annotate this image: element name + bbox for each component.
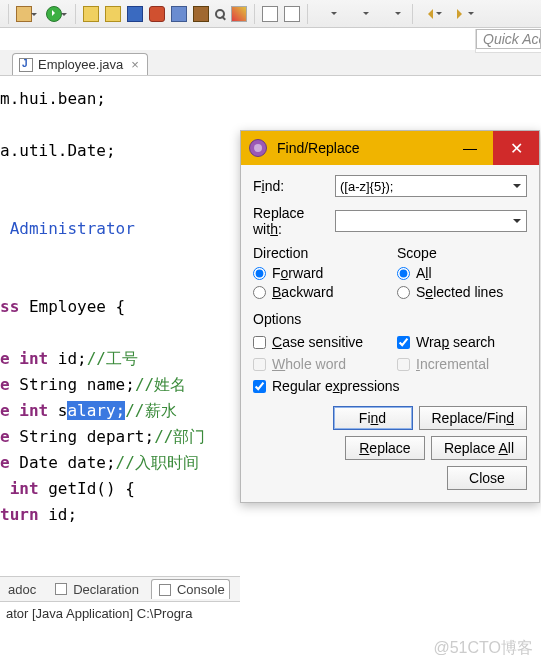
quick-access-wrap: Quick Access xyxy=(475,29,541,53)
dialog-title: Find/Replace xyxy=(277,140,360,156)
bottom-panel: adoc Declaration Console ator [Java Appl… xyxy=(0,576,240,625)
code-text: s xyxy=(48,401,67,420)
code-text: Date date; xyxy=(10,453,116,472)
javadoc-author: Administrator xyxy=(0,219,135,238)
replace-all-button[interactable]: Replace All xyxy=(431,436,527,460)
tab-label: adoc xyxy=(8,582,36,597)
ext-tool-icon[interactable] xyxy=(193,6,209,22)
editor-tab-row: Employee.java × xyxy=(0,50,541,76)
direction-group: Direction Forward Backward xyxy=(253,245,383,303)
search-icon[interactable] xyxy=(215,9,225,19)
code-text: id; xyxy=(48,349,87,368)
tab-console[interactable]: Console xyxy=(151,579,230,599)
tab-label: Declaration xyxy=(73,582,139,597)
find-input[interactable] xyxy=(335,175,527,197)
code-comment: //薪水 xyxy=(125,401,176,420)
code-kw: ss xyxy=(0,297,19,316)
minimize-button[interactable]: — xyxy=(447,131,493,165)
close-button[interactable]: ✕ xyxy=(493,131,539,165)
tab-javadoc[interactable]: adoc xyxy=(4,580,40,599)
menu-c-icon[interactable] xyxy=(379,6,395,22)
code-comment: //姓名 xyxy=(135,375,186,394)
options-group: Options Case sensitive Wrap search Whole… xyxy=(253,311,527,394)
code-kw: int xyxy=(10,349,49,368)
tab-declaration[interactable]: Declaration xyxy=(48,580,143,599)
code-selection: alary; xyxy=(67,401,125,420)
replace-label: Replace with: xyxy=(253,205,335,237)
check-wrap[interactable]: Wrap search xyxy=(397,334,527,350)
close-dialog-button[interactable]: Close xyxy=(447,466,527,490)
toggle-b-icon[interactable] xyxy=(284,6,300,22)
close-icon[interactable]: × xyxy=(131,57,139,72)
open-folder-icon[interactable] xyxy=(83,6,99,22)
menu-b-icon[interactable] xyxy=(347,6,363,22)
code-text: String name; xyxy=(10,375,135,394)
code-text: Employee { xyxy=(19,297,125,316)
highlight-icon[interactable] xyxy=(231,6,247,22)
disk-icon[interactable] xyxy=(171,6,187,22)
code-comment: //部门 xyxy=(154,427,205,446)
nav-icon[interactable] xyxy=(127,6,143,22)
editor-tab-employee[interactable]: Employee.java × xyxy=(12,53,148,75)
replace-button[interactable]: Replace xyxy=(345,436,425,460)
replace-input[interactable] xyxy=(335,210,527,232)
forward-icon[interactable] xyxy=(452,6,468,22)
main-toolbar xyxy=(0,0,541,28)
check-case[interactable]: Case sensitive xyxy=(253,334,383,350)
code-line: m.hui.bean; xyxy=(0,89,106,108)
check-whole-word: Whole word xyxy=(253,356,383,372)
find-label: Find: xyxy=(253,178,335,194)
console-icon xyxy=(159,584,171,596)
radio-forward[interactable]: Forward xyxy=(253,265,383,281)
eclipse-icon xyxy=(249,139,267,157)
package-icon[interactable] xyxy=(16,6,32,22)
code-kw: turn xyxy=(0,505,39,524)
back-icon[interactable] xyxy=(420,6,436,22)
java-file-icon xyxy=(19,58,33,72)
radio-all[interactable]: All xyxy=(397,265,527,281)
menu-a-icon[interactable] xyxy=(315,6,331,22)
declaration-icon xyxy=(55,583,67,595)
code-kw: e xyxy=(0,427,10,446)
code-kw: e xyxy=(0,349,10,368)
code-kw: e xyxy=(0,401,10,420)
code-text: getId() { xyxy=(39,479,135,498)
code-line: a.util.Date; xyxy=(0,141,116,160)
open-type-icon[interactable] xyxy=(105,6,121,22)
code-kw: e xyxy=(0,453,10,472)
scope-group: Scope All Selected lines xyxy=(397,245,527,303)
replace-find-button[interactable]: Replace/Find xyxy=(419,406,528,430)
watermark: @51CTO博客 xyxy=(433,638,533,659)
toggle-a-icon[interactable] xyxy=(262,6,278,22)
options-title: Options xyxy=(253,311,527,327)
direction-title: Direction xyxy=(253,245,383,261)
check-regex[interactable]: Regular expressions xyxy=(253,378,527,394)
editor-tab-label: Employee.java xyxy=(38,57,123,72)
code-kw: int xyxy=(10,401,49,420)
code-comment: //工号 xyxy=(87,349,138,368)
scope-title: Scope xyxy=(397,245,527,261)
code-text: String depart; xyxy=(10,427,155,446)
dialog-titlebar[interactable]: Find/Replace — ✕ xyxy=(241,131,539,165)
tab-label: Console xyxy=(177,582,225,597)
radio-selected[interactable]: Selected lines xyxy=(397,284,527,300)
run-icon[interactable] xyxy=(46,6,62,22)
console-body: ator [Java Application] C:\Progra xyxy=(0,602,240,625)
debug-icon[interactable] xyxy=(149,6,165,22)
bottom-tabs: adoc Declaration Console xyxy=(0,577,240,602)
code-kw: int xyxy=(0,479,39,498)
check-incremental: Incremental xyxy=(397,356,527,372)
radio-backward[interactable]: Backward xyxy=(253,284,383,300)
code-kw: e xyxy=(0,375,10,394)
code-text: id; xyxy=(39,505,78,524)
code-comment: //入职时间 xyxy=(116,453,199,472)
find-replace-dialog: Find/Replace — ✕ Find: Replace with: Dir… xyxy=(240,130,540,503)
quick-access-input[interactable]: Quick Access xyxy=(476,29,541,49)
find-button[interactable]: Find xyxy=(333,406,413,430)
